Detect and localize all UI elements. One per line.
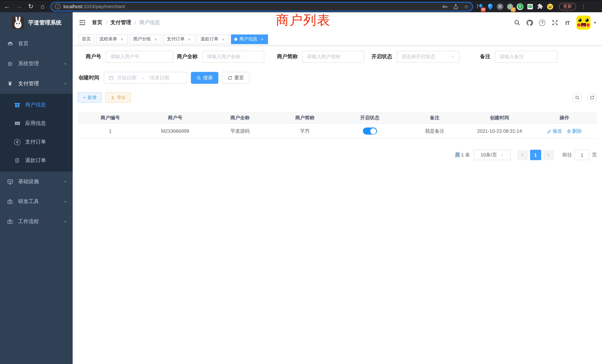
sidebar-item-refund-order[interactable]: 退款订单: [0, 151, 73, 170]
remark-input[interactable]: 请输入备注: [495, 51, 557, 63]
cell-short-name: 芋艿: [272, 124, 337, 138]
tab-process-form[interactable]: 流程表单 ×: [96, 34, 128, 44]
tab-refund-order[interactable]: 退款订单 ×: [197, 34, 229, 44]
extension-y-icon[interactable]: Y: [517, 3, 523, 10]
extension-pin-icon[interactable]: [487, 3, 493, 10]
delete-link[interactable]: 删除: [567, 128, 582, 134]
screen: ← → ↻ ⌂ i localhost:1024/pay/merchant ☆ …: [0, 0, 602, 364]
page-1-button[interactable]: 1: [530, 150, 541, 160]
extension-command-icon[interactable]: ⌘: [497, 3, 503, 10]
next-page-button[interactable]: [543, 150, 554, 160]
chevron-up-icon: [63, 82, 67, 86]
tab-close-icon[interactable]: ×: [153, 36, 158, 42]
site-info-icon[interactable]: i: [55, 4, 60, 9]
tab-home[interactable]: 首页: [79, 34, 94, 44]
browser-forward-icon[interactable]: →: [14, 2, 24, 11]
url-bar[interactable]: i localhost:1024/pay/merchant ☆: [50, 2, 473, 11]
user-avatar[interactable]: [577, 16, 591, 30]
sidebar-item-devtools[interactable]: 研发工具: [0, 192, 73, 212]
extension-emoji-icon[interactable]: [547, 3, 553, 10]
grid-icon: [14, 120, 20, 127]
monitor-chart-icon: [7, 178, 13, 185]
cell-status: [337, 124, 402, 138]
font-size-icon[interactable]: tT: [564, 19, 571, 26]
help-icon[interactable]: ?: [539, 19, 546, 26]
share-icon[interactable]: [453, 3, 459, 10]
header-search-icon[interactable]: [514, 19, 521, 26]
tab-close-icon[interactable]: ×: [221, 36, 226, 42]
tab-pay-order[interactable]: 支付订单 ×: [163, 34, 195, 44]
sidebar: 芋道管理系统 首页 ⚙ 系统管理 ¥ 支付管理: [0, 12, 73, 364]
merchant-no-input[interactable]: 请输入商户号: [106, 51, 173, 63]
cell-create-time: 2021-10-23 08:31:14: [467, 124, 532, 138]
search-button[interactable]: 搜索: [191, 72, 218, 84]
table-row: 1 M233666999 芋道源码 芋艿 我是备注 2021-10-23 08:…: [78, 124, 597, 139]
status-select[interactable]: 请选择开启状态: [397, 51, 460, 63]
extension-badge-1: 1: [511, 7, 516, 12]
bookmark-star-icon[interactable]: ☆: [464, 3, 469, 10]
store-icon: [14, 102, 20, 108]
col-header-merchant-no: 商户号: [143, 112, 208, 123]
fullscreen-icon[interactable]: [551, 19, 559, 26]
sidebar-item-system[interactable]: ⚙ 系统管理: [0, 54, 73, 74]
prev-page-button[interactable]: [517, 150, 528, 160]
sidebar-item-infra[interactable]: 基础设施: [0, 172, 73, 192]
reset-button[interactable]: 重置: [222, 72, 249, 84]
sidebar-collapse-icon[interactable]: [79, 19, 86, 26]
extension-notes-icon[interactable]: [527, 3, 533, 10]
extension-recorder-icon[interactable]: 1: [507, 3, 513, 10]
sidebar-item-merchant-info[interactable]: 商户信息: [0, 96, 73, 114]
short-name-input[interactable]: 请输入商户简称: [302, 51, 364, 63]
avatar-caret-icon[interactable]: ▾: [594, 20, 596, 25]
chevron-down-icon: [500, 153, 504, 157]
extension-kite-icon[interactable]: 10: [477, 3, 483, 10]
sidebar-item-pay-order[interactable]: ¥ 支付订单: [0, 133, 73, 151]
toolbox-icon: [7, 198, 13, 205]
refresh-table-button[interactable]: [587, 93, 597, 102]
yen-circle-icon: ¥: [14, 139, 20, 145]
browser-home-icon[interactable]: ⌂: [38, 2, 47, 11]
tab-merchant-info[interactable]: 商户信息 ×: [231, 34, 268, 44]
tab-close-icon[interactable]: ×: [187, 36, 192, 42]
add-button[interactable]: + 新增: [78, 92, 102, 103]
sidebar-item-label: 退款订单: [25, 157, 46, 164]
github-icon[interactable]: [526, 19, 533, 26]
sidebar-item-pay[interactable]: ¥ 支付管理: [0, 74, 73, 94]
toggle-search-button[interactable]: [572, 93, 582, 102]
col-header-id: 商户编号: [78, 112, 143, 123]
create-time-range-picker[interactable]: 开始日期 - 结束日期: [104, 72, 187, 84]
page-size-select[interactable]: 10条/页: [474, 150, 511, 160]
goto-page-input[interactable]: [575, 150, 589, 160]
export-button[interactable]: 导出: [105, 92, 131, 103]
tab-close-icon[interactable]: ×: [259, 36, 265, 42]
breadcrumb-pay[interactable]: 支付管理: [110, 19, 131, 26]
tab-close-icon[interactable]: ×: [119, 36, 125, 42]
sidebar-item-label: 工作流程: [18, 218, 63, 225]
sidebar-logo[interactable]: 芋道管理系统: [0, 12, 73, 33]
password-key-icon[interactable]: [442, 3, 448, 10]
merchant-name-input[interactable]: 请输入商户全称: [202, 51, 264, 63]
sidebar-item-app-info[interactable]: 应用信息: [0, 114, 73, 133]
input-placeholder: 请输入商户简称: [307, 53, 341, 60]
pagination-total: 共 1 条: [455, 152, 470, 158]
table-tools: [572, 93, 597, 102]
tab-user-group[interactable]: 用户分组 ×: [130, 34, 162, 44]
sidebar-item-label: 支付订单: [25, 139, 46, 145]
chrome-update-button[interactable]: 更新: [559, 3, 576, 10]
cell-remark: 我是备注: [402, 124, 467, 138]
sidebar-submenu-pay: 商户信息 应用信息 ¥ 支付订单 退款订单: [0, 94, 73, 172]
status-toggle[interactable]: [363, 128, 377, 135]
browser-menu-icon[interactable]: ⋮: [581, 3, 586, 10]
sidebar-item-home[interactable]: 首页: [0, 34, 73, 54]
browser-reload-icon[interactable]: ↻: [26, 2, 36, 11]
extensions-puzzle-icon[interactable]: [537, 3, 543, 10]
sidebar-item-workflow[interactable]: 工作流程: [0, 212, 73, 232]
delete-link-label: 删除: [572, 128, 582, 134]
edit-link[interactable]: 修改: [547, 128, 562, 134]
sidebar-item-label: 商户信息: [25, 102, 46, 108]
browser-back-icon[interactable]: ←: [2, 2, 12, 11]
breadcrumb-home[interactable]: 首页: [92, 19, 102, 26]
main-area: 商户列表 首页 / 支付管理 / 商户信息 ?: [73, 12, 602, 364]
calendar-icon: [109, 75, 114, 80]
extension-badge-10: 10: [481, 7, 486, 12]
